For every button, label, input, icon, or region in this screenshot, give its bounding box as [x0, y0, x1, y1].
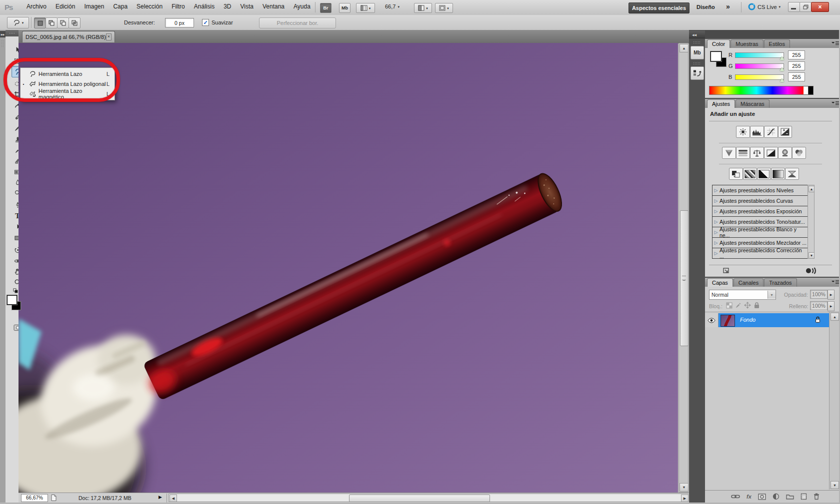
status-doc-info[interactable]: Doc: 17,2 MB/17,2 MB [78, 495, 132, 501]
channel-r-slider[interactable] [735, 52, 784, 58]
layers-scrollbar[interactable]: ▲ ▼ [829, 312, 840, 490]
menu-capa[interactable]: Capa [108, 2, 132, 10]
expander-icon[interactable]: ▷ [712, 240, 720, 245]
zoom-level-control[interactable]: 66,7 ▾ [385, 3, 400, 9]
adjustment-invert[interactable] [729, 168, 743, 180]
canvas-vscrollbar[interactable]: ▲ ▼ [678, 43, 688, 493]
tab-muestras[interactable]: Muestras [730, 39, 763, 48]
toolbox-header[interactable] [6, 30, 18, 36]
adjustment-gradient-map[interactable] [771, 168, 785, 180]
expanded-view-button[interactable] [723, 268, 731, 277]
preset-exposicion[interactable]: ▷Ajustes preestablecidos Exposición [712, 206, 808, 217]
cs-live-button[interactable]: CS Live ▾ [748, 3, 780, 10]
scroll-up-button[interactable]: ▲ [808, 186, 814, 192]
tab-color[interactable]: Color [707, 39, 730, 48]
menu-edicion[interactable]: Edición [51, 2, 80, 10]
tab-close-button[interactable]: × [106, 33, 112, 40]
expander-icon[interactable]: ▷ [712, 198, 720, 203]
lock-pixels-icon[interactable] [735, 302, 742, 309]
delete-layer-icon[interactable] [814, 493, 820, 500]
panel-menu-icon[interactable] [832, 280, 839, 285]
channel-b-slider-thumb[interactable] [780, 78, 784, 82]
menu-filtro[interactable]: Filtro [167, 2, 190, 10]
expander-icon[interactable]: ▷ [712, 209, 720, 214]
expander-icon[interactable]: ▷ [712, 230, 720, 235]
adjustment-brightness-contrast[interactable] [736, 126, 750, 138]
channel-g-value[interactable]: 255 [788, 61, 805, 70]
feather-input[interactable]: 0 px [165, 18, 194, 27]
new-layer-icon[interactable] [800, 493, 807, 500]
adjustment-channel-mixer[interactable] [792, 147, 806, 159]
preset-niveles[interactable]: ▷Ajustes preestablecidos Niveles [712, 185, 808, 196]
adjustment-curves[interactable] [764, 126, 778, 138]
tab-estilos[interactable]: Estilos [764, 39, 790, 48]
fill-value[interactable]: 100% [810, 301, 828, 310]
tab-trazados[interactable]: Trazados [764, 278, 796, 287]
color-spectrum-ramp[interactable] [709, 86, 804, 95]
add-layer-mask-icon[interactable] [758, 494, 766, 500]
adjustment-exposure[interactable] [778, 126, 792, 138]
tab-capas[interactable]: Capas [707, 278, 733, 287]
workspace-overflow-button[interactable]: » [726, 2, 730, 10]
preset-curvas[interactable]: ▷Ajustes preestablecidos Curvas [712, 196, 808, 206]
preset-blanco[interactable]: ▷Ajustes preestablecidos Blanco y ne... [712, 227, 808, 238]
channel-g-slider-thumb[interactable] [780, 67, 784, 71]
new-group-icon[interactable] [786, 494, 794, 500]
launch-mini-bridge-button[interactable]: Mb [339, 3, 350, 13]
preset-mezclador[interactable]: ▷Ajustes preestablecidos Mezclador ... [712, 238, 808, 248]
adjustment-levels[interactable] [750, 126, 764, 138]
adjustment-color-balance[interactable] [750, 147, 764, 159]
status-zoom-input[interactable]: 66,67% [21, 494, 48, 502]
expander-icon[interactable]: ▷ [712, 219, 720, 224]
screen-mode-button[interactable]: ▾ [435, 3, 453, 13]
collapse-dock-icon[interactable]: ◀◀ [692, 33, 696, 36]
canvas-image[interactable] [18, 43, 678, 493]
tab-ajustes[interactable]: Ajustes [707, 99, 735, 108]
workspace-secondary-button[interactable]: Diseño [696, 4, 715, 10]
menu-3d[interactable]: 3D [219, 2, 236, 10]
workspace-primary-button[interactable]: Aspectos esenciales [628, 2, 690, 13]
antialias-checkbox[interactable]: ✓ [202, 19, 209, 26]
scroll-up-button[interactable]: ▲ [680, 44, 688, 52]
adjustment-vibrance[interactable] [722, 147, 736, 159]
status-flyout-arrow[interactable]: ▶ [158, 495, 162, 500]
channel-b-slider[interactable] [735, 74, 784, 80]
adjustment-black-white[interactable] [764, 147, 778, 159]
menu-ayuda[interactable]: Ayuda [289, 2, 315, 10]
link-layers-icon[interactable] [731, 494, 740, 499]
tool-preset-picker[interactable]: ▾ [7, 17, 29, 28]
selection-mode-add[interactable] [46, 17, 58, 28]
left-strip-header[interactable]: ▶▶ [0, 31, 6, 37]
tab-canales[interactable]: Canales [734, 278, 764, 287]
opacity-spinner[interactable]: ▶ [828, 290, 834, 300]
scroll-down-button[interactable]: ▼ [808, 252, 814, 259]
menu-vista[interactable]: Vista [236, 2, 258, 10]
refine-edge-button[interactable]: Perfeccionar bor. [259, 17, 336, 28]
preset-tono[interactable]: ▷Ajustes preestablecidos Tono/satur... [712, 217, 808, 227]
panel-foreground-swatch[interactable] [710, 51, 722, 62]
view-extras-button[interactable]: ▾ [356, 3, 375, 13]
hscroll-thumb[interactable] [349, 495, 490, 502]
adjustment-hue-saturation[interactable] [736, 147, 750, 159]
close-button[interactable]: × [811, 2, 829, 12]
minimize-button[interactable] [788, 2, 800, 12]
lock-all-icon[interactable] [754, 302, 760, 309]
channel-b-value[interactable]: 255 [788, 72, 805, 81]
layer-style-button[interactable]: fx [746, 494, 752, 500]
arrange-documents-button[interactable]: ▾ [414, 3, 432, 13]
layer-thumbnail[interactable] [720, 315, 735, 327]
expander-icon[interactable]: ▷ [712, 251, 720, 256]
scroll-right-button[interactable]: ▶ [681, 495, 688, 502]
adjustment-posterize[interactable] [743, 168, 757, 180]
fill-spinner[interactable]: ▶ [828, 301, 834, 311]
blend-mode-select[interactable]: Normal ▼ [709, 290, 776, 300]
panel-menu-icon[interactable] [832, 41, 839, 46]
document-tab[interactable]: DSC_0065.jpg al 66,7% (RGB/8) × [22, 31, 115, 42]
selection-mode-subtract[interactable] [57, 17, 69, 28]
menu-seleccion[interactable]: Selección [132, 2, 167, 10]
spectrum-white-swatch[interactable] [804, 86, 808, 95]
adjustment-selective-color[interactable] [785, 168, 799, 180]
channel-r-value[interactable]: 255 [788, 50, 805, 59]
foreground-color-swatch[interactable] [6, 295, 18, 305]
selection-mode-intersect[interactable] [68, 17, 80, 28]
